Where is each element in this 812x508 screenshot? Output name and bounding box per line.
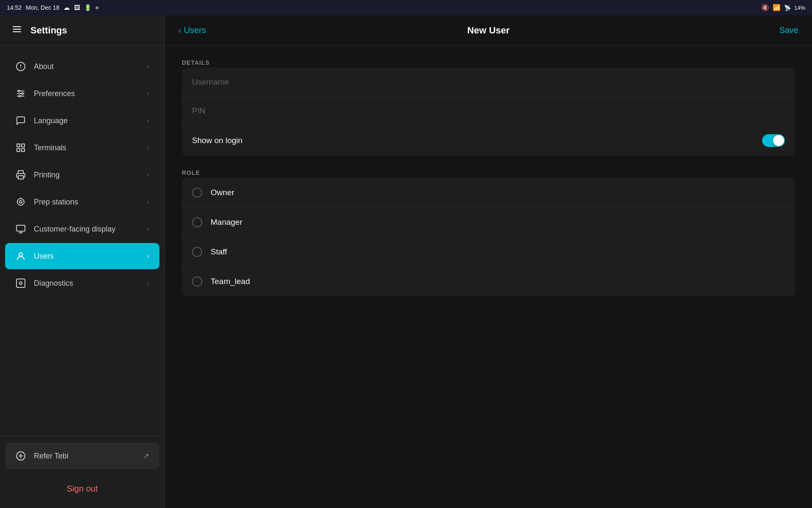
hamburger-icon[interactable] — [12, 24, 22, 37]
svg-point-24 — [19, 282, 22, 284]
back-chevron-icon: ‹ — [178, 25, 181, 35]
sidebar-item-users-label: Users — [34, 252, 54, 261]
manager-label: Manager — [211, 218, 242, 227]
sidebar-item-language[interactable]: Language › — [5, 108, 159, 134]
sidebar-bottom: Refer Tebi ↗ Sign out — [0, 436, 165, 508]
terminals-chevron: › — [147, 144, 149, 152]
svg-point-18 — [19, 201, 22, 203]
dot-indicator — [96, 6, 99, 9]
team-lead-radio[interactable] — [192, 276, 202, 287]
wifi-icon: 📶 — [773, 4, 781, 11]
sidebar-item-preferences[interactable]: Preferences › — [5, 80, 159, 107]
svg-rect-25 — [16, 279, 25, 287]
back-button[interactable]: ‹ Users — [178, 25, 206, 35]
toggle-knob — [773, 135, 784, 146]
save-button[interactable]: Save — [779, 25, 798, 35]
svg-rect-14 — [17, 149, 20, 152]
role-staff[interactable]: Staff — [182, 237, 795, 267]
sign-out-button[interactable]: Sign out — [5, 476, 159, 501]
role-manager[interactable]: Manager — [182, 207, 795, 237]
svg-point-17 — [17, 199, 24, 205]
sidebar-nav: About › — [0, 46, 165, 436]
back-label: Users — [184, 25, 206, 35]
svg-rect-15 — [22, 149, 25, 152]
team-lead-label: Team_lead — [211, 277, 250, 286]
staff-radio[interactable] — [192, 247, 202, 257]
role-section-label: ROLE — [182, 169, 795, 176]
sidebar-item-terminals[interactable]: Terminals › — [5, 135, 159, 161]
show-on-login-label: Show on login — [192, 136, 242, 145]
app-container: Settings About › — [0, 15, 812, 508]
sidebar: Settings About › — [0, 15, 165, 508]
terminals-icon — [15, 142, 26, 153]
refer-tebi-item[interactable]: Refer Tebi ↗ — [5, 443, 159, 469]
printing-icon — [15, 169, 26, 180]
details-section-label: DETAILS — [182, 59, 795, 66]
preferences-icon — [15, 88, 26, 99]
svg-point-9 — [18, 90, 20, 92]
battery-percent: 14% — [794, 5, 805, 11]
status-date: Mon, Dec 18 — [26, 4, 59, 11]
sidebar-item-about-label: About — [34, 62, 54, 71]
sidebar-header: Settings — [0, 15, 165, 46]
external-link-icon: ↗ — [143, 451, 149, 461]
sidebar-item-diagnostics-label: Diagnostics — [34, 279, 73, 288]
status-time: 14:52 — [7, 4, 22, 11]
svg-rect-20 — [16, 225, 25, 231]
photo-icon: 🖼 — [74, 4, 80, 11]
language-chevron: › — [147, 117, 149, 124]
show-on-login-toggle[interactable] — [762, 134, 785, 147]
about-icon — [15, 61, 26, 72]
main-header: ‹ Users New User Save — [165, 15, 812, 46]
sidebar-title: Settings — [30, 25, 67, 36]
diagnostics-chevron: › — [147, 279, 149, 287]
show-on-login-row: Show on login — [182, 125, 795, 156]
language-icon — [15, 115, 26, 126]
svg-rect-12 — [17, 144, 20, 147]
sidebar-item-prep-stations[interactable]: Prep stations › — [5, 189, 159, 215]
about-chevron: › — [147, 63, 149, 70]
pin-input[interactable] — [192, 106, 785, 116]
svg-rect-16 — [18, 176, 23, 179]
sidebar-item-about[interactable]: About › — [5, 53, 159, 80]
sidebar-item-users[interactable]: Users › — [5, 243, 159, 269]
pin-field[interactable] — [182, 97, 795, 125]
sidebar-item-language-label: Language — [34, 116, 68, 125]
sidebar-item-preferences-label: Preferences — [34, 89, 75, 98]
diagnostics-icon — [15, 278, 26, 289]
details-card: Show on login — [182, 68, 795, 156]
users-chevron: › — [147, 252, 149, 260]
role-card: Owner Manager Staff Team_lead — [182, 178, 795, 296]
owner-radio[interactable] — [192, 188, 202, 198]
role-team-lead[interactable]: Team_lead — [182, 267, 795, 296]
sidebar-item-printing-label: Printing — [34, 171, 60, 179]
manager-radio[interactable] — [192, 217, 202, 227]
role-owner[interactable]: Owner — [182, 178, 795, 207]
sidebar-item-customer-display-label: Customer-facing display — [34, 225, 115, 234]
username-input[interactable] — [192, 77, 785, 87]
form-area: DETAILS Show on login ROLE — [165, 46, 812, 508]
username-field[interactable] — [182, 68, 795, 97]
prep-stations-icon — [15, 196, 26, 207]
sidebar-item-terminals-label: Terminals — [34, 144, 66, 152]
svg-point-23 — [19, 253, 22, 256]
icloud-icon: ☁ — [63, 4, 70, 11]
owner-label: Owner — [211, 188, 234, 197]
sidebar-item-diagnostics[interactable]: Diagnostics › — [5, 270, 159, 296]
sidebar-item-prep-stations-label: Prep stations — [34, 198, 78, 207]
preferences-chevron: › — [147, 90, 149, 97]
staff-label: Staff — [211, 247, 227, 257]
sidebar-item-customer-display[interactable]: Customer-facing display › — [5, 216, 159, 242]
page-title: New User — [467, 25, 510, 36]
sign-out-label: Sign out — [67, 484, 98, 494]
mute-icon: 🔇 — [761, 4, 769, 11]
battery-icon: 🔋 — [84, 4, 91, 11]
customer-display-icon — [15, 224, 26, 235]
svg-point-10 — [22, 93, 23, 94]
svg-point-11 — [19, 95, 21, 97]
status-bar: 14:52 Mon, Dec 18 ☁ 🖼 🔋 🔇 📶 📡 14% — [0, 0, 812, 15]
sidebar-item-printing[interactable]: Printing › — [5, 162, 159, 188]
main-content: ‹ Users New User Save DETAILS Show on lo… — [165, 15, 812, 508]
prep-stations-chevron: › — [147, 198, 149, 206]
users-icon — [15, 251, 26, 262]
